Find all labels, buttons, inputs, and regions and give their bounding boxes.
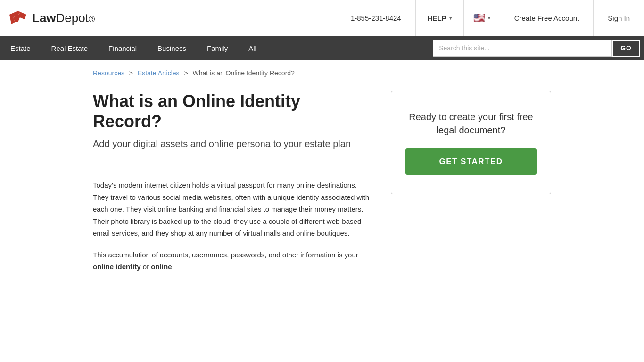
article-divider (93, 165, 372, 165)
article-p2-bold-2: online (151, 263, 172, 271)
get-started-button[interactable]: GET STARTED (405, 148, 537, 175)
nav-item-financial[interactable]: Financial (98, 36, 147, 60)
cta-text: Ready to create your first free legal do… (405, 110, 537, 137)
article-p2-middle: or (141, 263, 151, 271)
cta-box: Ready to create your first free legal do… (391, 91, 551, 194)
breadcrumb-current: What is an Online Identity Record? (193, 69, 295, 77)
breadcrumb-sep-1: > (129, 69, 133, 77)
search-input[interactable] (433, 40, 612, 57)
logo-text: LawDepot® (32, 11, 95, 25)
breadcrumb: Resources > Estate Articles > What is an… (0, 60, 644, 82)
main-content: What is an Online Identity Record? Add y… (0, 82, 644, 301)
help-button[interactable]: HELP ▾ (416, 0, 464, 36)
create-account-button[interactable]: Create Free Account (500, 0, 594, 36)
breadcrumb-resources[interactable]: Resources (93, 69, 124, 77)
article-paragraph-2: This accumulation of accounts, usernames… (93, 249, 372, 273)
nav-item-business[interactable]: Business (147, 36, 197, 60)
article-area: What is an Online Identity Record? Add y… (93, 91, 372, 282)
flag-icon: 🇺🇸 (473, 12, 485, 24)
language-chevron-icon: ▾ (488, 16, 490, 21)
nav-item-all[interactable]: All (238, 36, 267, 60)
logo-area[interactable]: LawDepot® (0, 11, 104, 25)
top-header: LawDepot® 1-855-231-8424 HELP ▾ 🇺🇸 ▾ Cre… (0, 0, 644, 36)
article-body: Today's modern internet citizen holds a … (93, 179, 372, 273)
help-chevron-icon: ▾ (449, 16, 452, 21)
nav-item-real-estate[interactable]: Real Estate (41, 36, 99, 60)
nav-item-estate[interactable]: Estate (0, 36, 41, 60)
article-paragraph-1: Today's modern internet citizen holds a … (93, 179, 372, 239)
nav-bar: Estate Real Estate Financial Business Fa… (0, 36, 644, 60)
article-title: What is an Online Identity Record? (93, 91, 372, 132)
language-selector[interactable]: 🇺🇸 ▾ (464, 0, 500, 36)
logo-icon (9, 11, 28, 25)
search-area: GO (433, 40, 640, 57)
article-subtitle: Add your digital assets and online perso… (93, 137, 372, 150)
search-button[interactable]: GO (612, 40, 640, 57)
article-p2-bold-1: online identity (93, 263, 141, 271)
phone-number: 1-855-231-8424 (337, 0, 416, 36)
article-p2-prefix: This accumulation of accounts, usernames… (93, 251, 358, 259)
sidebar: Ready to create your first free legal do… (391, 91, 551, 282)
breadcrumb-estate-articles[interactable]: Estate Articles (138, 69, 180, 77)
breadcrumb-sep-2: > (184, 69, 188, 77)
sign-in-button[interactable]: Sign In (594, 0, 644, 36)
nav-item-family[interactable]: Family (197, 36, 238, 60)
nav-links: Estate Real Estate Financial Business Fa… (0, 36, 433, 60)
